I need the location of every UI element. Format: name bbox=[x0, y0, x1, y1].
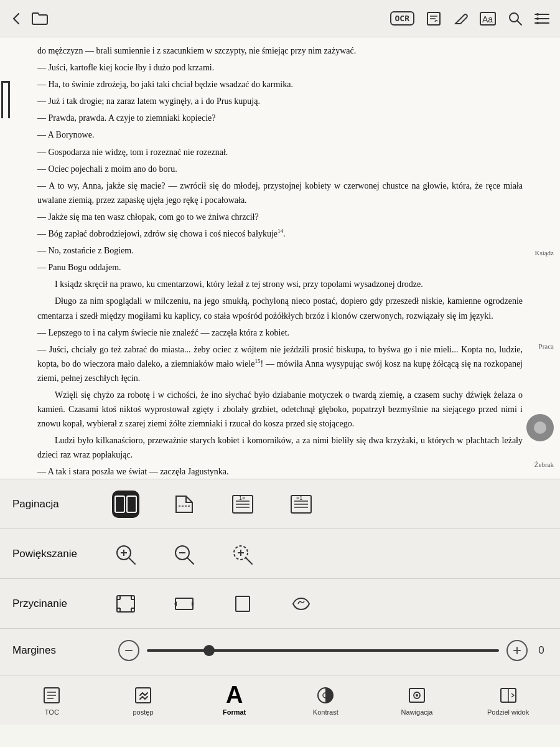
margin-slider[interactable] bbox=[147, 649, 499, 652]
crop-manual-button[interactable] bbox=[229, 590, 256, 618]
nav-podziel[interactable]: Podziel widok bbox=[483, 685, 533, 716]
postep-icon bbox=[134, 685, 152, 706]
nav-postep[interactable]: postęp bbox=[118, 685, 168, 716]
format-icon: A bbox=[226, 685, 243, 706]
settings-panel: Paginacja bbox=[0, 479, 560, 672]
search-button[interactable] bbox=[508, 11, 523, 26]
text-line-13: — Panu Bogu oddajem. bbox=[37, 260, 523, 275]
nav-kontrast[interactable]: Kontrast bbox=[301, 685, 350, 716]
crop-horizontal-button[interactable] bbox=[170, 590, 198, 618]
text-line-7: — Gospodarza nie widzę, tom i rozeznać n… bbox=[37, 145, 523, 159]
paginacja-icons: 1≡ ≡1 bbox=[112, 491, 548, 518]
sidebar-note-zebrak: Żebrak bbox=[534, 461, 554, 468]
toolbar-right: OCR Aa bbox=[390, 11, 550, 27]
num-list-1-button[interactable]: 1≡ bbox=[229, 491, 256, 518]
bookmark-strip bbox=[1, 81, 10, 118]
back-button[interactable] bbox=[10, 12, 24, 26]
svg-rect-14 bbox=[115, 496, 124, 512]
postep-label: postęp bbox=[133, 708, 153, 716]
sidebar-note-ksiadz: Ksiądz bbox=[534, 249, 554, 256]
menu-button[interactable] bbox=[534, 12, 550, 26]
svg-text:≡1: ≡1 bbox=[296, 495, 302, 501]
nav-format[interactable]: A Format bbox=[210, 685, 259, 716]
pen-button[interactable] bbox=[453, 11, 468, 26]
bottom-nav: TOC postęp A Format Kontrast bbox=[0, 675, 560, 725]
kontrast-icon bbox=[316, 685, 335, 706]
sign-button[interactable] bbox=[426, 11, 442, 27]
text-line-2: — Juści, kartofle kiej kocie łby i dużo … bbox=[37, 60, 523, 75]
text-line-16: — A tak i stara poszła we świat — zaczęł… bbox=[37, 464, 523, 479]
toc-label: TOC bbox=[45, 708, 59, 716]
text-line-12: — No, zostańcie z Bogiem. bbox=[37, 243, 523, 258]
text-line-3: — Ha, to świnie zdrożeją, bo jaki taki c… bbox=[37, 77, 523, 92]
podziel-icon bbox=[499, 685, 518, 706]
svg-point-13 bbox=[536, 22, 539, 24]
reading-content: do mężczyzn — brali sumiennie i z szacun… bbox=[37, 44, 523, 479]
bookmark-strip-area bbox=[0, 75, 11, 479]
slider-thumb[interactable] bbox=[203, 645, 215, 656]
text-line-10: — Jakże się ma ten wasz chłopak, com go … bbox=[37, 210, 523, 224]
svg-point-11 bbox=[536, 13, 539, 16]
crop-smart-button[interactable] bbox=[287, 590, 315, 618]
svg-rect-15 bbox=[127, 496, 136, 512]
margin-increase-button[interactable] bbox=[506, 640, 528, 661]
toc-icon bbox=[42, 685, 61, 706]
text-line-4: — Już i tak drogie; na zaraz latem wygin… bbox=[37, 94, 523, 108]
reading-area: do mężczyzn — brali sumiennie i z szacun… bbox=[0, 37, 560, 479]
svg-text:Aa: Aa bbox=[482, 14, 493, 24]
nav-nawigacja[interactable]: Nawigacja bbox=[392, 685, 442, 716]
top-toolbar: OCR Aa bbox=[0, 0, 560, 37]
podziel-label: Podziel widok bbox=[487, 708, 529, 716]
ocr-button[interactable]: OCR bbox=[390, 11, 414, 26]
scroll-button[interactable] bbox=[526, 414, 554, 441]
kontrast-label: Kontrast bbox=[313, 708, 338, 716]
powiekszanie-label: Powiększanie bbox=[12, 548, 112, 560]
margin-decrease-button[interactable] bbox=[118, 640, 139, 661]
text-line-14: — Lepszego to i na całym świecie nie zna… bbox=[37, 326, 523, 340]
powiekszanie-row: Powiększanie bbox=[0, 529, 560, 579]
text-para-3: Wzięli się chyżo za robotę i w cichości,… bbox=[37, 388, 523, 431]
folder-button[interactable] bbox=[31, 11, 49, 26]
zoom-in-button[interactable] bbox=[112, 540, 139, 568]
przycinanie-label: Przycinanie bbox=[12, 598, 112, 610]
svg-point-53 bbox=[416, 694, 418, 697]
font-button[interactable]: Aa bbox=[479, 11, 497, 26]
toolbar-left bbox=[10, 11, 49, 26]
svg-text:1≡: 1≡ bbox=[239, 495, 245, 501]
powiekszanie-icons bbox=[112, 540, 548, 568]
svg-rect-40 bbox=[236, 596, 250, 611]
page-break-button[interactable] bbox=[170, 491, 198, 518]
svg-line-37 bbox=[246, 558, 252, 564]
text-line-5: — Prawda, prawda. A czyje to ziemniaki k… bbox=[37, 111, 523, 125]
text-line-6: — A Borynowe. bbox=[37, 128, 523, 142]
nav-toc[interactable]: TOC bbox=[27, 685, 77, 716]
two-page-button[interactable] bbox=[112, 491, 139, 518]
przycinanie-icons bbox=[112, 590, 548, 618]
zoom-fit-button[interactable] bbox=[229, 540, 256, 568]
paginacja-label: Paginacja bbox=[12, 498, 112, 510]
margines-row: Margines 0 bbox=[0, 629, 560, 672]
svg-line-7 bbox=[517, 21, 521, 25]
format-label: Format bbox=[223, 708, 246, 716]
text-line-8: — Ociec pojechali z moim ano do boru. bbox=[37, 162, 523, 176]
zoom-out-button[interactable] bbox=[170, 540, 198, 568]
text-line-11: — Bóg zapłać dobrodziejowi, zdrów się ch… bbox=[37, 227, 523, 241]
svg-point-12 bbox=[536, 17, 539, 20]
margin-controls: 0 bbox=[118, 640, 548, 661]
margin-value: 0 bbox=[535, 644, 548, 657]
svg-rect-39 bbox=[175, 598, 193, 609]
sidebar-note-praca: Praca bbox=[539, 342, 554, 350]
text-para-2: Długo za nim spoglądali w milczeniu, na … bbox=[37, 294, 523, 322]
svg-line-33 bbox=[187, 558, 194, 564]
svg-rect-48 bbox=[136, 688, 151, 703]
text-line-9: — A to wy, Anna, jakże się macie? — zwró… bbox=[37, 179, 523, 207]
margines-label: Margines bbox=[12, 644, 112, 657]
num-list-2-button[interactable]: ≡1 bbox=[287, 491, 315, 518]
crop-auto-button[interactable] bbox=[112, 590, 139, 618]
nawigacja-icon bbox=[408, 685, 426, 706]
text-line-1: do mężczyzn — brali sumiennie i z szacun… bbox=[37, 44, 523, 58]
text-para-4: Ludzi było kilkanaścioro, przeważnie sta… bbox=[37, 433, 523, 462]
svg-line-30 bbox=[129, 558, 135, 564]
paginacja-row: Paginacja bbox=[0, 479, 560, 529]
przycinanie-row: Przycinanie bbox=[0, 579, 560, 629]
